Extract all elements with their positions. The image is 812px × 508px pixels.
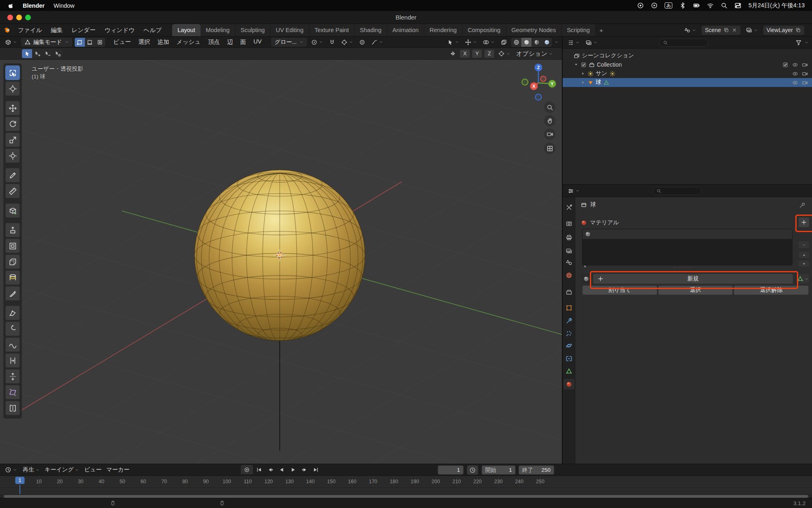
select-by-material-button[interactable]: 選択	[658, 285, 733, 295]
assign-material-button[interactable]: 割り当て	[582, 285, 657, 295]
workspace-tab-shading[interactable]: Shading	[354, 24, 387, 36]
tool-inset-button[interactable]	[5, 239, 20, 253]
window-menu[interactable]: Window	[54, 2, 75, 9]
outliner-search-input[interactable]	[659, 39, 708, 47]
camera-view-button[interactable]	[544, 128, 555, 140]
blender-logo-icon[interactable]	[4, 27, 11, 33]
mirror-z-toggle[interactable]: Z	[484, 50, 494, 58]
tool-knife-button[interactable]	[5, 286, 20, 301]
gizmo-neg-x-ball[interactable]	[541, 76, 546, 82]
properties-tab-constraints[interactable]	[564, 353, 574, 364]
properties-tab-render[interactable]	[564, 218, 574, 229]
expander-icon[interactable]	[581, 80, 585, 85]
outliner-row-3[interactable]: 球	[563, 78, 812, 87]
frame-start-field[interactable]: 開始 1	[482, 465, 516, 475]
move-slot-down-button[interactable]	[798, 260, 810, 267]
material-preview-button[interactable]	[531, 38, 542, 47]
properties-tab-collection[interactable]	[564, 287, 574, 297]
tool-add-cube-button[interactable]	[5, 203, 20, 218]
snap-settings-selector[interactable]	[339, 38, 355, 46]
scene-selector[interactable]: Scene	[701, 25, 741, 35]
play-circle-icon[interactable]	[651, 2, 658, 9]
checkbox-toggle[interactable]	[782, 62, 788, 68]
menubar-clock[interactable]: 5月24日(火) 午後4:13	[748, 2, 805, 9]
viewport-menu-1[interactable]: 選択	[135, 37, 153, 47]
unlink-scene-icon[interactable]	[732, 27, 737, 33]
camera-toggle[interactable]	[802, 62, 808, 68]
rendered-shading-button[interactable]	[542, 38, 552, 47]
pivot-point-selector[interactable]	[309, 38, 325, 46]
preview-range-button[interactable]	[467, 465, 478, 475]
properties-tab-material[interactable]	[564, 379, 574, 389]
select-intersect-mode-button[interactable]	[52, 49, 63, 58]
proportional-falloff-selector[interactable]	[369, 38, 385, 46]
tool-edge-slide-button[interactable]	[5, 353, 20, 368]
topbar-menu-1[interactable]: 編集	[47, 25, 67, 35]
topbar-menu-4[interactable]: ヘルプ	[140, 25, 166, 35]
xray-toggle[interactable]	[499, 38, 509, 47]
new-viewlayer-icon[interactable]	[795, 27, 801, 33]
gizmo-neg-z-ball[interactable]	[536, 94, 542, 100]
properties-tab-world[interactable]	[564, 270, 574, 280]
tool-poly-build-button[interactable]	[5, 306, 20, 320]
tool-loop-cut-button[interactable]	[5, 270, 20, 285]
properties-tab-modifiers[interactable]	[564, 315, 574, 326]
new-material-button[interactable]: 新規	[593, 274, 793, 284]
tool-rotate-button[interactable]	[5, 117, 20, 131]
battery-icon[interactable]	[693, 2, 700, 9]
bluetooth-icon[interactable]	[679, 2, 686, 9]
properties-tab-view-layer[interactable]	[564, 245, 574, 256]
input-source-icon[interactable]: あ	[665, 2, 672, 9]
eye-toggle[interactable]	[792, 62, 798, 68]
tool-bevel-button[interactable]	[5, 254, 20, 269]
wireframe-shading-button[interactable]	[511, 38, 521, 47]
frame-end-field[interactable]: 終了 250	[518, 465, 554, 475]
topbar-menu-0[interactable]: ファイル	[14, 25, 46, 35]
outliner-editor-type-selector[interactable]	[566, 39, 581, 47]
status-circle-icon[interactable]	[637, 2, 644, 9]
timeline-scrollbar[interactable]	[3, 495, 809, 498]
zoom-view-button[interactable]	[544, 102, 555, 113]
workspace-tab-modeling[interactable]: Modeling	[201, 24, 235, 36]
selectability-dropdown[interactable]	[445, 38, 461, 46]
viewport-canvas[interactable]	[0, 60, 562, 464]
next-keyframe-button[interactable]	[299, 465, 310, 474]
viewport-menu-2[interactable]: 追加	[154, 37, 173, 47]
move-slot-up-button[interactable]	[798, 251, 810, 258]
timeline-track[interactable]	[0, 488, 812, 494]
tool-move-button[interactable]	[5, 101, 20, 115]
viewport-menu-3[interactable]: メッシュ	[173, 37, 204, 47]
viewport-menu-5[interactable]: 辺	[224, 37, 236, 47]
material-specials-dropdown[interactable]	[798, 241, 810, 249]
previous-keyframe-button[interactable]	[265, 465, 276, 474]
properties-tab-object-data[interactable]	[564, 366, 574, 376]
editor-type-selector[interactable]	[3, 38, 19, 46]
timeline-ruler[interactable]: 1020304050607080901001101201301401501601…	[0, 476, 812, 488]
timeline-menu-2[interactable]: ビュー	[82, 465, 103, 474]
select-subtract-mode-button[interactable]	[42, 49, 52, 58]
viewport-menu-6[interactable]: 面	[237, 37, 250, 47]
mirror-x-toggle[interactable]: X	[460, 50, 470, 58]
apple-menu-icon[interactable]	[7, 2, 14, 9]
expander-icon[interactable]	[581, 71, 585, 76]
vertex-select-mode-button[interactable]	[75, 38, 85, 47]
outliner-display-mode-selector[interactable]	[584, 39, 599, 47]
properties-tab-object[interactable]	[564, 302, 574, 313]
scrollbar-handle[interactable]	[4, 495, 808, 498]
material-slot-row[interactable]	[583, 229, 792, 239]
outliner-row-0[interactable]: シーンコレクション	[563, 51, 812, 60]
edge-select-mode-button[interactable]	[85, 38, 95, 47]
proportional-editing-toggle[interactable]	[357, 38, 367, 47]
control-center-icon[interactable]	[734, 2, 741, 9]
tool-rip-button[interactable]	[5, 401, 20, 415]
app-menu[interactable]: Blender	[23, 2, 45, 9]
filter-icon[interactable]	[795, 39, 802, 46]
tool-annotate-button[interactable]	[5, 168, 20, 182]
browse-material-button[interactable]	[581, 274, 592, 284]
timeline-menu-0[interactable]: 再生	[21, 465, 41, 474]
face-select-mode-button[interactable]	[95, 38, 105, 47]
new-scene-icon[interactable]	[723, 27, 729, 33]
tool-shear-button[interactable]	[5, 385, 20, 399]
properties-tab-particles[interactable]	[564, 328, 574, 339]
tool-shrink-fatten-button[interactable]	[5, 369, 20, 384]
